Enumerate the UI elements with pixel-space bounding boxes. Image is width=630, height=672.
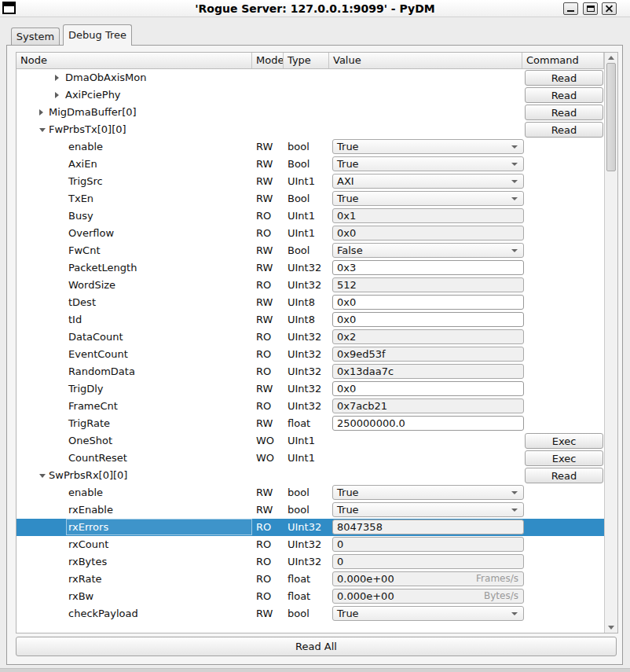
value-field[interactable]: 0 (332, 554, 524, 569)
value-field[interactable]: 0x0 (332, 226, 524, 241)
tree-row[interactable]: rxRateROfloat0.000e+00Frames/s (16, 571, 604, 588)
value-combobox[interactable]: True (332, 191, 524, 206)
dropdown-arrow-icon (511, 509, 518, 512)
value-combobox[interactable]: True (332, 485, 524, 500)
field-value: 0x0 (337, 226, 356, 240)
value-field[interactable]: 0.000e+00Bytes/s (332, 589, 524, 604)
tree-row[interactable]: FwCntRWBoolFalse (16, 242, 604, 259)
read-button[interactable]: Read (525, 70, 603, 86)
scroll-up-arrow-icon[interactable] (608, 56, 614, 60)
tree-row[interactable]: rxErrorsROUInt328047358 (16, 519, 604, 536)
column-header-node[interactable]: Node (16, 53, 252, 68)
dropdown-arrow-icon (511, 180, 518, 183)
tree-row[interactable]: enableRWboolTrue (16, 138, 604, 156)
tree-row[interactable]: DataCountROUInt320x2 (16, 329, 604, 346)
value-field[interactable]: 0x9ed53f (332, 347, 524, 362)
type-cell: UInt8 (288, 311, 315, 329)
tree-row[interactable]: EventCountROUInt320x9ed53f (16, 346, 604, 363)
tree-row[interactable]: tIdRWUInt80x0 (16, 311, 604, 329)
tree-row[interactable]: FrameCntROUInt320x7acb21 (16, 398, 604, 415)
tree-header: NodeModeTypeValueCommand (16, 53, 604, 69)
value-field[interactable]: 0.000e+00Frames/s (332, 571, 524, 586)
tree-row[interactable]: PacketLengthRWUInt320x3 (16, 259, 604, 277)
tree-row[interactable]: RandomDataROUInt320x13daa7c (16, 363, 604, 380)
value-field[interactable]: 0x13daa7c (332, 364, 524, 379)
tree-row[interactable]: FwPrbsTx[0][0]Read (16, 121, 604, 138)
read-all-button[interactable]: Read All (16, 637, 617, 656)
field-value: 0 (337, 555, 343, 568)
maximize-button[interactable] (583, 2, 598, 15)
tree-row[interactable]: AxiPciePhyRead (16, 86, 604, 104)
tree-row[interactable]: OverflowROUInt10x0 (16, 225, 604, 242)
tab-system[interactable]: System (11, 28, 60, 45)
scrollbar-thumb[interactable] (606, 63, 616, 171)
value-combobox[interactable]: True (332, 139, 524, 154)
column-header-value[interactable]: Value (329, 53, 522, 68)
value-field[interactable]: 0x1 (332, 208, 524, 223)
tree-row[interactable]: rxEnableRWboolTrue (16, 501, 604, 519)
tree-row[interactable]: DmaObAxisMonRead (16, 69, 604, 86)
tree-row[interactable]: TrigDlyRWUInt320x0 (16, 380, 604, 398)
value-combobox[interactable]: True (332, 606, 524, 621)
read-button[interactable]: Read (525, 87, 603, 103)
tree-row[interactable]: rxCountROUInt320 (16, 536, 604, 553)
column-header-mode[interactable]: Mode (252, 53, 284, 68)
field-value: 0x9ed53f (337, 347, 386, 361)
value-field[interactable]: 512 (332, 277, 524, 292)
tree-row[interactable]: SwPrbsRx[0][0]Read (16, 467, 604, 484)
type-cell: float (288, 415, 310, 432)
vertical-scrollbar[interactable] (604, 53, 617, 633)
node-name: SwPrbsRx[0][0] (49, 467, 127, 484)
value-field[interactable]: 0x0 (332, 312, 524, 327)
close-button[interactable] (602, 2, 617, 15)
tree-row[interactable]: TxEnRWBoolTrue (16, 190, 604, 207)
read-button[interactable]: Read (525, 468, 603, 483)
tree-row[interactable]: TrigRateRWfloat250000000.0 (16, 415, 604, 432)
field-value: 0.000e+00 (337, 589, 394, 603)
tree-row[interactable]: TrigSrcRWUInt1AXI (16, 173, 604, 190)
scroll-down-arrow-icon[interactable] (608, 626, 614, 630)
tree-row[interactable]: tDestRWUInt80x0 (16, 294, 604, 311)
minimize-button[interactable] (563, 2, 578, 15)
tree-row[interactable]: CountResetWOUInt1Exec (16, 450, 604, 467)
expand-arrow-icon[interactable] (55, 92, 59, 98)
value-combobox[interactable]: False (332, 243, 524, 258)
value-field[interactable]: 0x3 (332, 260, 524, 275)
tree-row[interactable]: enableRWboolTrue (16, 484, 604, 501)
tree-row[interactable]: BusyROUInt10x1 (16, 207, 604, 225)
type-cell: UInt32 (288, 380, 321, 398)
tree-row[interactable]: WordSizeROUInt32512 (16, 277, 604, 294)
value-field[interactable]: 0 (332, 537, 524, 552)
value-field[interactable]: 250000000.0 (332, 416, 524, 431)
exec-button[interactable]: Exec (525, 450, 603, 466)
tree-row[interactable]: rxBwROfloat0.000e+00Bytes/s (16, 588, 604, 605)
value-combobox[interactable]: True (332, 156, 524, 171)
expand-arrow-icon[interactable] (55, 75, 59, 81)
value-field[interactable]: 0x0 (332, 295, 524, 310)
value-field[interactable]: 8047358 (332, 520, 524, 534)
collapse-arrow-icon[interactable] (39, 474, 46, 478)
collapse-arrow-icon[interactable] (39, 128, 46, 132)
tree-row[interactable]: AxiEnRWBoolTrue (16, 156, 604, 173)
value-field[interactable]: 0x7acb21 (332, 398, 524, 413)
value-field[interactable]: 0x2 (332, 329, 524, 344)
read-button[interactable]: Read (525, 105, 603, 120)
tree-row[interactable]: OneShotWOUInt1Exec (16, 432, 604, 450)
expand-arrow-icon[interactable] (39, 109, 43, 116)
value-combobox[interactable]: AXI (332, 174, 524, 189)
dropdown-arrow-icon (511, 145, 518, 149)
type-cell: Bool (288, 242, 310, 259)
column-header-command[interactable]: Command (522, 53, 604, 68)
value-combobox[interactable]: True (332, 502, 524, 517)
read-button[interactable]: Read (525, 122, 603, 138)
tree-row[interactable]: checkPayloadRWboolTrue (16, 605, 604, 622)
tree-row[interactable]: MigDmaBuffer[0]Read (16, 104, 604, 121)
variable-tree: NodeModeTypeValueCommand DmaObAxisMonRea… (16, 52, 618, 633)
mode-cell: RO (256, 536, 271, 553)
exec-button[interactable]: Exec (525, 433, 603, 449)
value-field[interactable]: 0x0 (332, 381, 524, 396)
tab-debug-tree[interactable]: Debug Tree (63, 24, 132, 46)
column-header-type[interactable]: Type (284, 53, 329, 68)
mode-cell: WO (256, 450, 274, 467)
tree-row[interactable]: rxBytesROUInt320 (16, 553, 604, 571)
